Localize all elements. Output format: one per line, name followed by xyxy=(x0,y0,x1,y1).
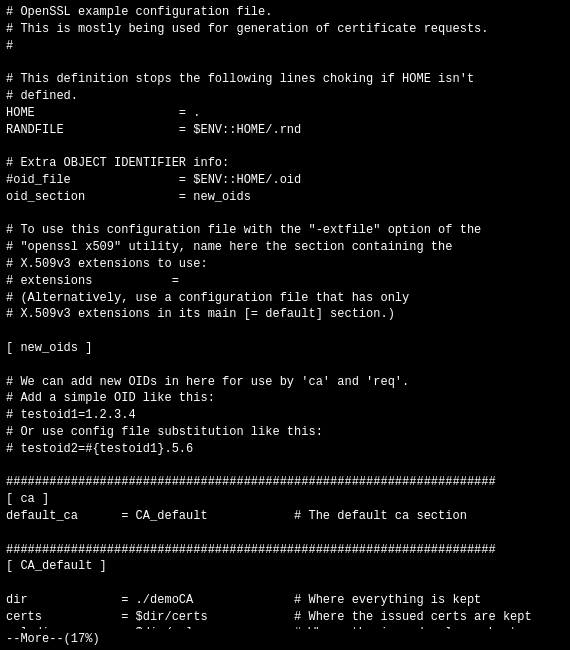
terminal-line xyxy=(6,525,564,542)
terminal-line xyxy=(6,54,564,71)
terminal-line: # Or use config file substitution like t… xyxy=(6,424,564,441)
terminal-line: dir = ./demoCA # Where everything is kep… xyxy=(6,592,564,609)
terminal-line: # X.509v3 extensions in its main [= defa… xyxy=(6,306,564,323)
terminal-line: default_ca = CA_default # The default ca… xyxy=(6,508,564,525)
terminal-line: # Extra OBJECT IDENTIFIER info: xyxy=(6,155,564,172)
terminal-line: # extensions = xyxy=(6,273,564,290)
terminal-line: # (Alternatively, use a configuration fi… xyxy=(6,290,564,307)
terminal-line: # xyxy=(6,38,564,55)
terminal: # OpenSSL example configuration file.# T… xyxy=(0,0,570,650)
terminal-line xyxy=(6,138,564,155)
terminal-line: oid_section = new_oids xyxy=(6,189,564,206)
terminal-line: # "openssl x509" utility, name here the … xyxy=(6,239,564,256)
terminal-line: RANDFILE = $ENV::HOME/.rnd xyxy=(6,122,564,139)
terminal-line xyxy=(6,206,564,223)
terminal-line xyxy=(6,458,564,475)
terminal-line xyxy=(6,357,564,374)
terminal-line: # To use this configuration file with th… xyxy=(6,222,564,239)
terminal-line: certs = $dir/certs # Where the issued ce… xyxy=(6,609,564,626)
terminal-line: #oid_file = $ENV::HOME/.oid xyxy=(6,172,564,189)
terminal-line xyxy=(6,323,564,340)
terminal-line: [ CA_default ] xyxy=(6,558,564,575)
terminal-line xyxy=(6,575,564,592)
terminal-line: # testoid1=1.2.3.4 xyxy=(6,407,564,424)
terminal-line: [ ca ] xyxy=(6,491,564,508)
terminal-line: # We can add new OIDs in here for use by… xyxy=(6,374,564,391)
terminal-content: # OpenSSL example configuration file.# T… xyxy=(6,4,564,650)
status-bar: --More--(17%) xyxy=(0,629,570,650)
terminal-line: ########################################… xyxy=(6,542,564,559)
terminal-line: HOME = . xyxy=(6,105,564,122)
terminal-line: # Add a simple OID like this: xyxy=(6,390,564,407)
terminal-line: # X.509v3 extensions to use: xyxy=(6,256,564,273)
terminal-line: # This is mostly being used for generati… xyxy=(6,21,564,38)
terminal-line: # OpenSSL example configuration file. xyxy=(6,4,564,21)
terminal-line: ########################################… xyxy=(6,474,564,491)
terminal-line: # defined. xyxy=(6,88,564,105)
terminal-line: # testoid2=#{testoid1}.5.6 xyxy=(6,441,564,458)
terminal-line: [ new_oids ] xyxy=(6,340,564,357)
terminal-line: # This definition stops the following li… xyxy=(6,71,564,88)
